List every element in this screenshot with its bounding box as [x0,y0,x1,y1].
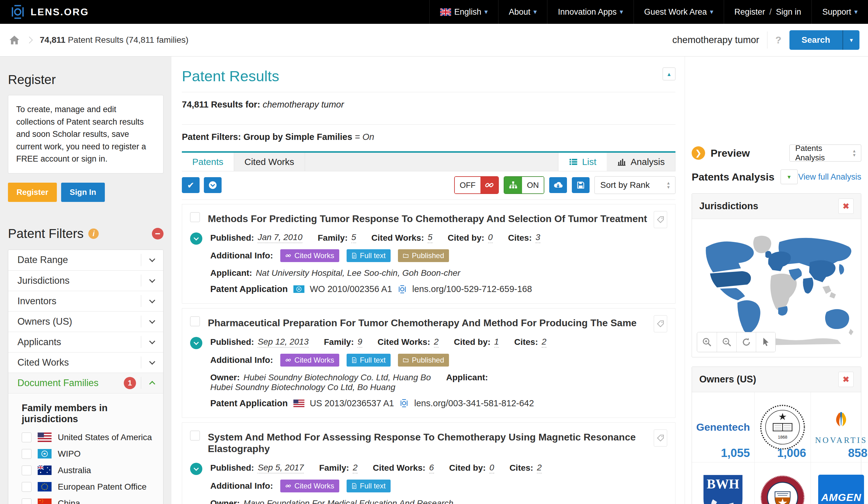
genentech-logo: Genentech [696,421,750,433]
owner-count: 1,055 [721,447,750,460]
filter-jurisdictions[interactable]: Jurisdictions [8,270,163,291]
view-full-analysis-link[interactable]: View full Analysis [798,172,861,182]
filter-applicants[interactable]: Applicants [8,332,163,352]
full-text-badge: Full text [347,249,391,262]
result-title[interactable]: System And Method For Assessing Response… [208,431,666,455]
sort-select-value: Sort by Rank [600,180,650,190]
register-button[interactable]: Register [8,183,57,202]
tag-button[interactable] [654,211,667,228]
filter-document-families[interactable]: Document Families 1 [8,372,163,393]
zoom-out-button[interactable] [717,332,736,352]
reset-map-button[interactable] [736,332,756,352]
save-query-button[interactable] [572,177,590,193]
australia-checkbox[interactable] [22,465,31,475]
link-icon [285,357,291,363]
collapse-filters-button[interactable]: − [152,228,164,240]
result-checkbox[interactable] [190,316,200,326]
owner-cell-university-of-texas[interactable]: 806 [755,462,811,504]
lens-id-link[interactable]: lens.org/100-529-712-659-168 [412,284,532,294]
expand-result-button[interactable] [190,463,202,475]
pointer-mode-button[interactable] [756,332,775,352]
home-icon[interactable] [9,34,20,46]
result-checkbox[interactable] [190,431,200,440]
expand-result-button[interactable] [190,337,202,349]
applicant-value: Hubei Soundny Biotechnology Co Ltd, Bo H… [210,382,395,392]
close-owners-button[interactable]: ✖ [838,372,854,387]
nav-guest-work-area[interactable]: Guest Work Area ▾ [633,0,724,24]
wipo-checkbox[interactable] [22,449,31,459]
chevron-down-icon [149,297,155,303]
info-icon[interactable]: i [88,229,99,239]
bwh-logo-text: BWH [707,476,740,491]
owner-cell-novartis[interactable]: NOVARTIS 858 [811,392,868,462]
published-value: Sep 12, 2013 [258,337,309,348]
filter-owners-us[interactable]: Owners (US) [8,311,163,332]
filter-label: Cited Works [18,357,69,368]
tab-patents[interactable]: Patents [182,153,234,171]
tag-button[interactable] [654,315,667,332]
family-value: 2 [353,463,358,473]
page-content: Register To create, manage and edit coll… [0,56,868,504]
search-options-caret[interactable]: ▾ [842,30,859,50]
tab-list-label: List [582,157,597,167]
zoom-in-button[interactable] [697,332,717,352]
preview-select[interactable]: Patents Analysis ▴▾ [789,145,861,161]
nav-register-link[interactable]: Register [734,7,765,17]
analysis-header-row: Patents Analysis ▾ View full Analysis [692,169,861,184]
owner-value: Mayo Foundation For Medical Education An… [243,498,453,504]
owner-cell-university-of-california[interactable]: 1868 1,006 [755,392,811,462]
uk-flag-icon [440,8,451,16]
nav-about[interactable]: About ▾ [498,0,547,24]
search-help-icon[interactable]: ? [775,34,782,46]
lens-logo[interactable]: LENS.ORG [0,0,89,24]
result-title[interactable]: Pharmaceutical Preparation For Tumor Che… [208,316,637,329]
tag-button[interactable] [654,430,667,447]
group-families-toggle-on[interactable]: ON [504,176,544,194]
signin-button[interactable]: Sign In [61,183,105,202]
link-toggle-off[interactable]: OFF [454,176,499,194]
doc-number[interactable]: WO 2010/002356 A1 [310,284,392,294]
nav-innovation-apps[interactable]: Innovation Apps ▾ [547,0,633,24]
result-count: 74,811 [40,35,65,45]
jurisdictions-map[interactable] [692,219,861,357]
preview-header: ❯ Preview Patents Analysis ▴▾ [692,145,861,161]
analysis-options-button[interactable]: ▾ [781,169,798,184]
link-icon [285,483,291,489]
tag-icon [657,320,664,328]
doc-number[interactable]: US 2013/0236537 A1 [310,398,394,408]
bulk-actions-button[interactable] [204,177,221,193]
register-heading: Register [8,72,164,87]
published-value: Sep 5, 2017 [258,463,304,473]
owner-cell-bwh[interactable]: BWH 842 [692,462,755,504]
usa-checkbox[interactable] [22,432,31,442]
result-item: Pharmaceutical Preparation For Tumor Che… [182,308,675,418]
tab-analysis-view[interactable]: Analysis [607,153,675,171]
search-button[interactable]: Search [789,30,842,50]
select-all-button[interactable]: ✔ [182,177,199,193]
expand-result-button[interactable] [190,232,202,245]
owner-cell-amgen[interactable]: AMGEN 581 [811,462,868,504]
lens-id-icon [397,285,407,294]
owner-cell-genentech[interactable]: Genentech 1,055 [692,392,755,462]
nav-support[interactable]: Support ▾ [812,0,868,24]
tab-cited-works[interactable]: Cited Works [234,153,305,171]
lens-id-link[interactable]: lens.org/003-341-581-812-642 [414,398,534,408]
sort-select[interactable]: Sort by Rank ▴▾ [595,176,675,194]
result-title[interactable]: Methods For Predicting Tumor Response To… [208,212,647,224]
nav-signin-link[interactable]: Sign in [776,7,802,17]
result-checkbox[interactable] [190,212,200,222]
preview-toggle-icon[interactable]: ❯ [692,146,705,160]
filter-inventors[interactable]: Inventors [8,291,163,311]
collapse-panel-button[interactable]: ▴ [663,67,675,80]
tab-list-view[interactable]: List [558,153,607,171]
filter-cited-works[interactable]: Cited Works [8,352,163,372]
close-jurisdictions-button[interactable]: ✖ [838,199,854,214]
china-checkbox[interactable] [22,498,31,504]
cites-value: 2 [541,337,547,348]
nav-language[interactable]: English ▾ [430,0,498,24]
family-members-panel: Family members in jurisdictions United S… [8,393,163,504]
export-button[interactable] [549,177,567,193]
filter-date-range[interactable]: Date Range [8,250,163,270]
epo-checkbox[interactable] [22,482,31,492]
search-input[interactable] [631,34,759,45]
